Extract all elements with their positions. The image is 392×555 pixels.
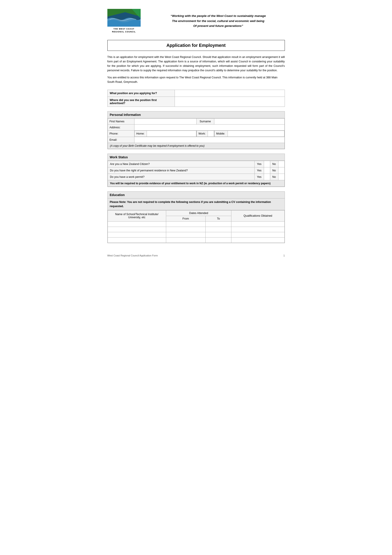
position-label: What position are you applying for?	[107, 90, 175, 97]
advertised-value[interactable]	[175, 97, 285, 107]
intro-paragraph-1: This is an application for employment wi…	[107, 55, 285, 73]
home-value[interactable]	[147, 131, 196, 137]
personal-info-table: First Names Surname Address: Phone: Home…	[107, 118, 285, 149]
email-label: Email:	[107, 137, 134, 143]
work-permit-question: Do you have a work permit?	[107, 174, 255, 180]
advertised-row: Where did you see the position first adv…	[107, 97, 285, 107]
phone-row: Phone: Home: Work:	[107, 131, 285, 137]
permit-no-checkbox[interactable]	[278, 174, 285, 180]
qual-col-header: Qualifications Obtained	[231, 210, 285, 221]
edu-data-row-1[interactable]	[107, 221, 285, 227]
work-value[interactable]	[208, 131, 214, 137]
footer-right: 1	[283, 254, 285, 257]
work-status-header: Work Status	[107, 154, 285, 161]
no-label-2: No	[270, 167, 278, 174]
permanent-residence-row: Do you have the right of permanent resid…	[107, 167, 285, 174]
edu-from-3[interactable]	[166, 232, 206, 237]
education-note: Please Note: You are not required to com…	[107, 198, 285, 210]
address-label: Address:	[107, 124, 134, 131]
phone-work-container: Work:	[196, 131, 214, 137]
edu-school-4[interactable]	[107, 237, 166, 243]
position-row: What position are you applying for?	[107, 90, 285, 97]
edu-school-1[interactable]	[107, 221, 166, 227]
edu-to-4[interactable]	[206, 237, 231, 243]
surname-value[interactable]	[214, 118, 285, 124]
edu-data-row-2[interactable]	[107, 227, 285, 232]
home-label: Home:	[135, 131, 147, 137]
citizen-no-checkbox[interactable]	[278, 161, 285, 167]
mobile-label: Mobile:	[214, 131, 228, 137]
first-names-label: First Names	[107, 118, 134, 124]
intro-paragraph-2: You are entitled to access this informat…	[107, 75, 285, 84]
education-table: Name of School/Technical Institute/ Univ…	[107, 210, 285, 243]
residence-no-checkbox[interactable]	[278, 167, 285, 174]
mobile-value[interactable]	[228, 131, 284, 137]
yes-label-2: Yes	[255, 167, 264, 174]
edu-qual-2[interactable]	[231, 227, 285, 232]
education-section: Education Please Note: You are not requi…	[107, 191, 285, 243]
from-header: From	[166, 216, 206, 221]
citizen-row: Are you a New Zealand Citizen? Yes No	[107, 161, 285, 167]
birth-cert-note: (A copy of your Birth Certificate may be…	[107, 143, 285, 149]
logo-text: THE WEST COAST REGIONAL COUNCIL	[112, 28, 136, 33]
surname-label: Surname	[196, 118, 214, 124]
footer-left: West Coast Regional Council Application …	[107, 254, 158, 257]
school-col-header: Name of School/Technical Institute/ Univ…	[107, 210, 166, 221]
edu-qual-4[interactable]	[231, 237, 285, 243]
personal-info-section: Personal Information First Names Surname…	[107, 111, 285, 149]
page-footer: West Coast Regional Council Application …	[107, 252, 285, 257]
edu-from-1[interactable]	[166, 221, 206, 227]
personal-info-header: Personal Information	[107, 111, 285, 118]
form-title: Application for Employment	[110, 43, 282, 48]
to-header: To	[206, 216, 231, 221]
permanent-residence-question: Do you have the right of permanent resid…	[107, 167, 255, 174]
work-status-note-row: You will be required to provide evidence…	[107, 180, 285, 187]
edu-qual-3[interactable]	[231, 232, 285, 237]
work-permit-row: Do you have a work permit? Yes No	[107, 174, 285, 180]
address-row: Address:	[107, 124, 285, 131]
permit-yes-checkbox[interactable]	[264, 174, 270, 180]
logo-area: THE WEST COAST REGIONAL COUNCIL	[107, 9, 147, 33]
residence-yes-checkbox[interactable]	[264, 167, 270, 174]
address-value[interactable]	[134, 124, 285, 131]
phone-home-container: Home:	[134, 131, 196, 137]
dates-header: Dates Attended	[166, 210, 231, 216]
edu-qual-1[interactable]	[231, 221, 285, 227]
education-header: Education	[107, 192, 285, 198]
edu-from-4[interactable]	[166, 237, 206, 243]
yes-label-3: Yes	[255, 174, 264, 180]
no-label-3: No	[270, 174, 278, 180]
work-status-note: You will be required to provide evidence…	[107, 180, 285, 187]
birth-cert-row: (A copy of your Birth Certificate may be…	[107, 143, 285, 149]
citizen-yes-checkbox[interactable]	[264, 161, 270, 167]
work-status-section: Work Status Are you a New Zealand Citize…	[107, 154, 285, 187]
first-names-value[interactable]	[134, 118, 196, 124]
phone-mobile-container: Mobile:	[214, 131, 285, 137]
edu-to-3[interactable]	[206, 232, 231, 237]
advertised-label: Where did you see the position first adv…	[107, 97, 175, 107]
phone-label: Phone:	[107, 131, 134, 137]
edu-header-row-1: Name of School/Technical Institute/ Univ…	[107, 210, 285, 216]
position-value[interactable]	[175, 90, 285, 97]
position-table: What position are you applying for? Wher…	[107, 90, 285, 107]
name-row: First Names Surname	[107, 118, 285, 124]
work-status-table: Are you a New Zealand Citizen? Yes No Do…	[107, 161, 285, 187]
page-header: THE WEST COAST REGIONAL COUNCIL “Working…	[107, 9, 285, 33]
logo-box: THE WEST COAST REGIONAL COUNCIL	[107, 9, 141, 33]
logo-graphic	[107, 9, 141, 27]
edu-from-2[interactable]	[166, 227, 206, 232]
edu-school-2[interactable]	[107, 227, 166, 232]
edu-data-row-3[interactable]	[107, 232, 285, 237]
edu-to-2[interactable]	[206, 227, 231, 232]
email-value[interactable]	[134, 137, 285, 143]
work-label: Work:	[197, 131, 208, 137]
no-label-1: No	[270, 161, 278, 167]
yes-label-1: Yes	[255, 161, 264, 167]
edu-data-row-4[interactable]	[107, 237, 285, 243]
citizen-question: Are you a New Zealand Citizen?	[107, 161, 255, 167]
email-row: Email:	[107, 137, 285, 143]
form-title-box: Application for Employment	[107, 40, 285, 51]
edu-to-1[interactable]	[206, 221, 231, 227]
edu-school-3[interactable]	[107, 232, 166, 237]
tagline: “Working with the people of the West Coa…	[147, 14, 285, 29]
